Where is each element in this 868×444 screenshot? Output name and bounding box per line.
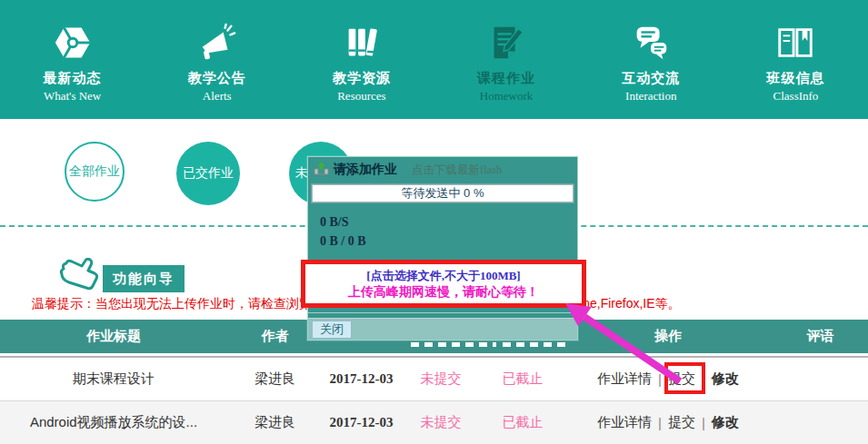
file-select-annotation-box: [点击选择文件,不大于100MB] 上传高峰期网速慢，请耐心等待！ bbox=[301, 260, 586, 308]
nav-label-en: Homework bbox=[480, 89, 534, 104]
pinwheel-icon bbox=[52, 21, 94, 64]
nav-item-interaction[interactable]: 互动交流 Interaction bbox=[579, 15, 723, 104]
col-actions: 操作 bbox=[564, 328, 773, 345]
nav-label-en: Resources bbox=[337, 89, 385, 104]
cell-actions: 作业详情 | 提交 | 修改 bbox=[564, 414, 773, 431]
homework-detail-link[interactable]: 作业详情 bbox=[597, 370, 652, 388]
homework-detail-link[interactable]: 作业详情 bbox=[597, 414, 652, 431]
progress-text: 等待发送中 0 % bbox=[401, 185, 484, 202]
nav-label-en: What's New bbox=[44, 89, 101, 104]
chat-icon bbox=[630, 21, 672, 64]
table-row: Android视频播放系统的设... 梁进良 2017-12-03 未提交 已截… bbox=[0, 401, 868, 444]
modal-header: 请添加作业 点击下载最新flash bbox=[308, 157, 577, 183]
submit-link[interactable]: 提交 bbox=[668, 414, 695, 431]
cell-actions: 作业详情 | 提交 | 修改 bbox=[564, 370, 773, 388]
filter-submitted-homework[interactable]: 已交作业 bbox=[176, 142, 240, 205]
filter-all-homework[interactable]: 全部作业 bbox=[65, 142, 125, 202]
action-separator: | bbox=[658, 415, 662, 430]
table-row: 期末课程设计 梁进良 2017-12-03 未提交 已截止 作业详情 | 提交 … bbox=[0, 358, 868, 401]
upload-homework-modal: 请添加作业 点击下载最新flash 等待发送中 0 % 0 B/S 0 B / … bbox=[307, 156, 578, 340]
nav-item-whats-new[interactable]: 最新动态 What's New bbox=[0, 15, 145, 104]
top-nav-banner: 最新动态 What's New 教学公告 Alerts bbox=[0, 0, 868, 119]
filter-label: 已交作业 bbox=[183, 165, 234, 182]
cell-author: 梁进良 bbox=[227, 370, 323, 388]
covered-header-peek bbox=[411, 342, 496, 347]
transfer-amount: 0 B / 0 B bbox=[320, 232, 565, 251]
feature-guide-button[interactable]: 功能向导 bbox=[103, 265, 185, 292]
modal-title: 请添加作业 bbox=[334, 162, 397, 178]
cell-submit-status: 未提交 bbox=[400, 370, 482, 388]
warm-tip-text: 温馨提示：当您出现无法上传作业时，请检查浏览器 bbox=[32, 296, 324, 312]
modal-footer: 关闭 bbox=[308, 318, 577, 340]
action-separator: | bbox=[658, 371, 662, 387]
nav-item-homework[interactable]: 课程作业 Homework bbox=[434, 15, 579, 104]
nav-label-en: ClassInfo bbox=[773, 89, 819, 104]
cell-title[interactable]: 期末课程设计 bbox=[0, 370, 227, 388]
megaphone-icon bbox=[196, 21, 238, 64]
paper-pen-icon bbox=[485, 21, 527, 64]
cell-title[interactable]: Android视频播放系统的设... bbox=[0, 414, 227, 431]
cell-date: 2017-12-03 bbox=[323, 371, 400, 387]
select-file-button[interactable]: [点击选择文件,不大于100MB] bbox=[366, 268, 520, 284]
nav-label-zh: 教学资源 bbox=[333, 70, 391, 87]
submit-link[interactable]: 提交 bbox=[668, 370, 695, 388]
nav-label-zh: 教学公告 bbox=[188, 70, 246, 87]
cell-deadline-status: 已截止 bbox=[482, 370, 564, 388]
filter-label: 全部作业 bbox=[69, 163, 120, 180]
books-icon bbox=[341, 21, 383, 64]
modal-divider bbox=[308, 312, 577, 313]
nav-label-zh: 班级信息 bbox=[766, 70, 824, 87]
transfer-speed: 0 B/S bbox=[320, 212, 565, 232]
col-comment: 评语 bbox=[773, 328, 868, 345]
nav-label-en: Alerts bbox=[203, 89, 232, 104]
nav-label-en: Interaction bbox=[625, 89, 676, 104]
cell-deadline-status: 已截止 bbox=[482, 414, 564, 431]
thumb-up-icon bbox=[58, 258, 100, 298]
nav-label-zh: 最新动态 bbox=[44, 70, 102, 87]
upload-progress-bar: 等待发送中 0 % bbox=[312, 184, 574, 202]
action-separator: | bbox=[702, 371, 705, 387]
nav-label-zh: 互动交流 bbox=[622, 70, 680, 87]
upload-icon bbox=[314, 162, 329, 179]
nav-item-resources[interactable]: 教学资源 Resources bbox=[289, 15, 434, 104]
cell-date: 2017-12-03 bbox=[323, 415, 400, 430]
close-button[interactable]: 关闭 bbox=[312, 321, 352, 339]
cell-author: 梁进良 bbox=[227, 414, 323, 431]
nav-item-alerts[interactable]: 教学公告 Alerts bbox=[145, 15, 289, 104]
modify-link[interactable]: 修改 bbox=[712, 414, 739, 431]
action-separator: | bbox=[702, 415, 705, 430]
nav-item-classinfo[interactable]: 班级信息 ClassInfo bbox=[723, 15, 868, 104]
modify-link[interactable]: 修改 bbox=[712, 370, 739, 388]
transfer-stats: 0 B/S 0 B / 0 B bbox=[308, 207, 577, 256]
download-flash-link[interactable]: 点击下载最新flash bbox=[412, 163, 502, 178]
open-book-icon bbox=[774, 21, 816, 64]
covered-header-peek bbox=[503, 342, 568, 347]
cell-submit-status: 未提交 bbox=[400, 414, 482, 431]
col-title: 作业标题 bbox=[0, 328, 227, 345]
nav-label-zh: 课程作业 bbox=[477, 70, 535, 87]
upload-wait-note: 上传高峰期网速慢，请耐心等待！ bbox=[348, 284, 539, 301]
